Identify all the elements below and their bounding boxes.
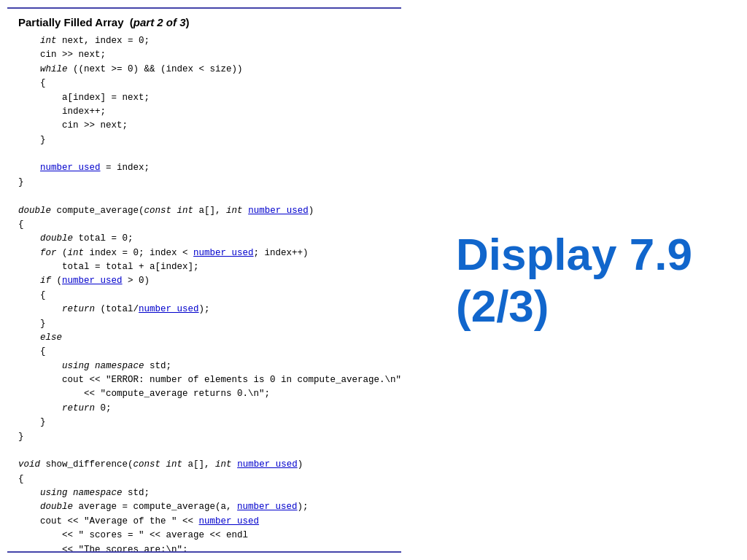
code-line xyxy=(18,190,390,203)
code-line: << " scores = " << average << endl xyxy=(18,529,390,542)
code-line: return 0; xyxy=(18,402,390,416)
display-label: Display 7.9(2/3) xyxy=(456,228,692,332)
code-line: while ((next >= 0) && (index < size)) xyxy=(18,63,390,77)
code-line: { xyxy=(18,345,390,359)
code-line: int next, index = 0; xyxy=(18,34,390,48)
display-panel: Display 7.9(2/3) xyxy=(401,0,747,560)
code-line: } xyxy=(18,317,390,331)
code-line: } xyxy=(18,430,390,444)
code-line: double compute_average(const int a[], in… xyxy=(18,204,390,218)
code-line: double average = compute_average(a, numb… xyxy=(18,500,390,514)
page-title: Partially Filled Array (part 2 of 3) xyxy=(18,16,390,28)
code-line: } xyxy=(18,176,390,190)
code-line: using namespace std; xyxy=(18,359,390,373)
code-line: { xyxy=(18,472,390,486)
code-line: } xyxy=(18,416,390,429)
code-panel: Partially Filled Array (part 2 of 3) int… xyxy=(7,7,401,553)
code-line: cin >> next; xyxy=(18,119,390,133)
code-line: using namespace std; xyxy=(18,486,390,500)
code-line: << "The scores are:\n"; xyxy=(18,543,390,553)
code-line: number_used = index; xyxy=(18,161,390,175)
code-line: { xyxy=(18,289,390,303)
code-line: for (int index = 0; index < number_used;… xyxy=(18,246,390,260)
code-line: void show_difference(const int a[], int … xyxy=(18,458,390,472)
code-line: cout << "Average of the " << number_used xyxy=(18,515,390,529)
code-line: else xyxy=(18,331,390,345)
code-line: { xyxy=(18,77,390,90)
code-line: cout << "ERROR: number of elements is 0 … xyxy=(18,373,390,387)
code-line: cin >> next; xyxy=(18,48,390,62)
code-line: total = total + a[index]; xyxy=(18,260,390,274)
title-part: part 2 of 3 xyxy=(133,16,186,28)
title-main: Partially Filled Array xyxy=(18,16,124,28)
code-line xyxy=(18,444,390,458)
code-line: double total = 0; xyxy=(18,232,390,246)
code-line: a[index] = next; xyxy=(18,91,390,105)
code-line: return (total/number_used); xyxy=(18,303,390,316)
code-line: << "compute_average returns 0.\n"; xyxy=(18,387,390,401)
code-line: index++; xyxy=(18,105,390,119)
code-line: { xyxy=(18,218,390,232)
code-content: int next, index = 0; cin >> next; while … xyxy=(18,34,390,553)
code-line: } xyxy=(18,133,390,147)
code-line: if (number_used > 0) xyxy=(18,274,390,288)
code-line xyxy=(18,147,390,161)
